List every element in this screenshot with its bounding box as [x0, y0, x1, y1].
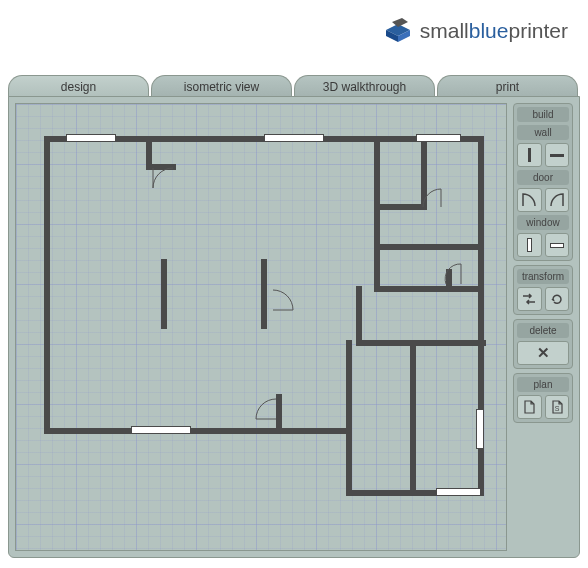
- plan-section: plan S: [513, 373, 573, 423]
- window-horizontal-tool[interactable]: [545, 233, 570, 257]
- save-plan-tool[interactable]: S: [545, 395, 570, 419]
- rotate-tool[interactable]: [545, 287, 570, 311]
- door-left-tool[interactable]: [517, 188, 542, 212]
- tab-print[interactable]: print: [437, 75, 578, 98]
- logo-text: smallblueprinter: [420, 19, 568, 43]
- main-frame: build wall door window transf: [8, 96, 580, 558]
- transform-header: transform: [517, 269, 569, 284]
- floor-plan: [16, 104, 506, 550]
- toolbox: build wall door window transf: [513, 103, 573, 551]
- tab-bar: design isometric view 3D walkthrough pri…: [8, 70, 580, 98]
- wall-vertical-tool[interactable]: [517, 143, 542, 167]
- door-right-tool[interactable]: [545, 188, 570, 212]
- window-vertical-tool[interactable]: [517, 233, 542, 257]
- delete-header: delete: [517, 323, 569, 338]
- build-header: build: [517, 107, 569, 122]
- printer-icon: [384, 18, 414, 44]
- svg-text:S: S: [554, 405, 559, 412]
- window-header: window: [517, 215, 569, 230]
- delete-tool[interactable]: ✕: [517, 341, 569, 365]
- tab-3d-walkthrough[interactable]: 3D walkthrough: [294, 75, 435, 98]
- tab-design[interactable]: design: [8, 75, 149, 98]
- plan-header: plan: [517, 377, 569, 392]
- wall-horizontal-tool[interactable]: [545, 143, 570, 167]
- build-section: build wall door window: [513, 103, 573, 261]
- new-plan-tool[interactable]: [517, 395, 542, 419]
- wall-header: wall: [517, 125, 569, 140]
- delete-section: delete ✕: [513, 319, 573, 369]
- design-canvas[interactable]: [15, 103, 507, 551]
- tab-isometric[interactable]: isometric view: [151, 75, 292, 98]
- transform-section: transform: [513, 265, 573, 315]
- door-header: door: [517, 170, 569, 185]
- app-logo: smallblueprinter: [384, 18, 568, 44]
- flip-tool[interactable]: [517, 287, 542, 311]
